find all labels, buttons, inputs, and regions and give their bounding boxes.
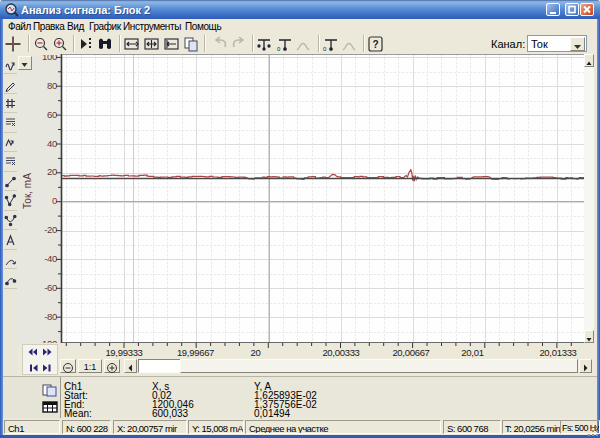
svg-text:0: 0 bbox=[323, 46, 327, 52]
svg-text:0: 0 bbox=[277, 46, 281, 52]
svg-text:?: ? bbox=[373, 39, 379, 50]
